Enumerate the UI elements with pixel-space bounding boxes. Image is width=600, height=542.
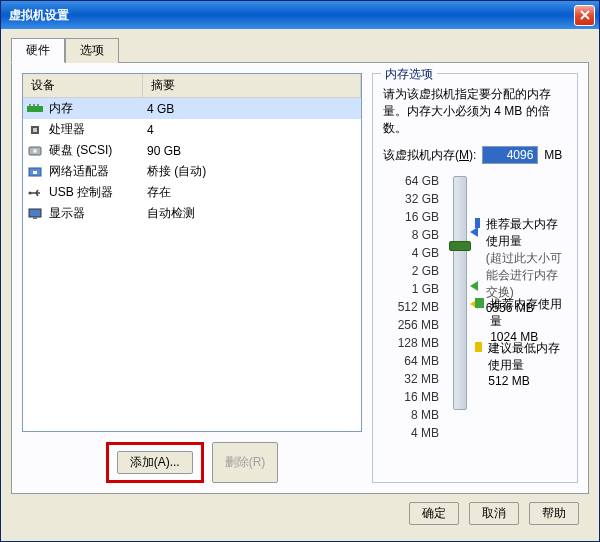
memory-slider[interactable]	[453, 176, 467, 410]
swatch-green-icon	[475, 298, 484, 308]
ram-icon	[27, 101, 43, 117]
highlight-box: 添加(A)...	[106, 442, 204, 483]
tab-hardware[interactable]: 硬件	[11, 38, 65, 63]
list-item-hdd[interactable]: 硬盘 (SCSI) 90 GB	[23, 140, 361, 161]
device-summary: 存在	[147, 184, 357, 201]
header-device[interactable]: 设备	[23, 74, 143, 97]
tab-options[interactable]: 选项	[65, 38, 119, 63]
content-area: 硬件 选项 设备 摘要 内存 4 GB	[1, 29, 599, 541]
usb-icon	[27, 185, 43, 201]
list-item-memory[interactable]: 内存 4 GB	[23, 98, 361, 119]
monitor-icon	[27, 206, 43, 222]
svg-rect-9	[33, 171, 37, 174]
remove-button: 删除(R)	[212, 442, 279, 483]
ok-button[interactable]: 确定	[409, 502, 459, 525]
device-summary: 90 GB	[147, 144, 357, 158]
memory-input[interactable]	[482, 146, 538, 164]
svg-rect-5	[33, 128, 37, 132]
window-title: 虚拟机设置	[9, 7, 69, 24]
cancel-button[interactable]: 取消	[469, 502, 519, 525]
header-summary[interactable]: 摘要	[143, 74, 361, 97]
remove-button-label: 删除(R)	[225, 455, 266, 469]
dialog-footer: 确定 取消 帮助	[11, 494, 589, 533]
list-buttons: 添加(A)... 删除(R)	[22, 432, 362, 483]
svg-point-10	[29, 191, 32, 194]
close-icon	[580, 10, 590, 20]
device-summary: 4	[147, 123, 357, 137]
memory-unit: MB	[544, 148, 562, 162]
device-label: 网络适配器	[49, 163, 147, 180]
hdd-icon	[27, 143, 43, 159]
device-summary: 自动检测	[147, 205, 357, 222]
close-button[interactable]	[574, 5, 595, 26]
device-summary: 桥接 (自动)	[147, 163, 357, 180]
hint-rec-title: 推荐内存使用量	[490, 296, 567, 330]
groupbox-legend: 内存选项	[381, 66, 437, 83]
svg-rect-12	[33, 217, 37, 219]
svg-rect-3	[37, 104, 39, 106]
dialog-window: 虚拟机设置 硬件 选项 设备 摘要 内存	[0, 0, 600, 542]
svg-rect-11	[29, 209, 41, 217]
memory-description: 请为该虚拟机指定要分配的内存量。内存大小必须为 4 MB 的倍数。	[383, 86, 567, 136]
list-item-nic[interactable]: 网络适配器 桥接 (自动)	[23, 161, 361, 182]
device-label: 硬盘 (SCSI)	[49, 142, 147, 159]
list-item-display[interactable]: 显示器 自动检测	[23, 203, 361, 224]
memory-groupbox: 内存选项 请为该虚拟机指定要分配的内存量。内存大小必须为 4 MB 的倍数。 该…	[372, 73, 578, 483]
svg-rect-1	[29, 104, 31, 106]
swatch-blue-icon	[475, 218, 480, 228]
tabstrip: 硬件 选项	[11, 37, 589, 62]
device-label: 处理器	[49, 121, 147, 138]
add-button-label: 添加(A)...	[130, 455, 180, 469]
help-button[interactable]: 帮助	[529, 502, 579, 525]
hint-min-val: 512 MB	[488, 374, 567, 388]
slider-hints: 推荐最大内存使用量 (超过此大小可能会进行内存交换) 6556 MB 推荐内存使…	[475, 172, 567, 442]
slider-thumb-icon[interactable]	[449, 241, 471, 251]
memory-input-row: 该虚拟机内存(M): MB	[383, 146, 567, 164]
list-item-usb[interactable]: USB 控制器 存在	[23, 182, 361, 203]
hint-min-title: 建议最低内存使用量	[488, 340, 567, 374]
device-column: 设备 摘要 内存 4 GB 处理器 4	[22, 73, 362, 483]
detail-column: 内存选项 请为该虚拟机指定要分配的内存量。内存大小必须为 4 MB 的倍数。 该…	[372, 73, 578, 483]
memory-label: 该虚拟机内存(M):	[383, 147, 476, 164]
hint-max-title: 推荐最大内存使用量	[486, 216, 567, 250]
device-summary: 4 GB	[147, 102, 357, 116]
device-label: 显示器	[49, 205, 147, 222]
nic-icon	[27, 164, 43, 180]
cpu-icon	[27, 122, 43, 138]
swatch-yellow-icon	[475, 342, 482, 352]
list-item-cpu[interactable]: 处理器 4	[23, 119, 361, 140]
hardware-panel: 设备 摘要 内存 4 GB 处理器 4	[11, 62, 589, 494]
svg-rect-0	[27, 106, 43, 112]
svg-rect-2	[33, 104, 35, 106]
device-label: USB 控制器	[49, 184, 147, 201]
list-body: 内存 4 GB 处理器 4 硬盘 (SCSI) 90 GB	[23, 98, 361, 431]
device-label: 内存	[49, 100, 147, 117]
titlebar: 虚拟机设置	[1, 1, 599, 29]
memory-slider-area: 64 GB 32 GB 16 GB 8 GB 4 GB 2 GB 1 GB 51…	[383, 172, 567, 442]
add-button[interactable]: 添加(A)...	[117, 451, 193, 474]
slider-ticks: 64 GB 32 GB 16 GB 8 GB 4 GB 2 GB 1 GB 51…	[383, 172, 445, 442]
svg-point-7	[33, 149, 37, 153]
list-header: 设备 摘要	[23, 74, 361, 98]
device-list: 设备 摘要 内存 4 GB 处理器 4	[22, 73, 362, 432]
hint-max-sub: (超过此大小可能会进行内存交换)	[486, 250, 567, 301]
